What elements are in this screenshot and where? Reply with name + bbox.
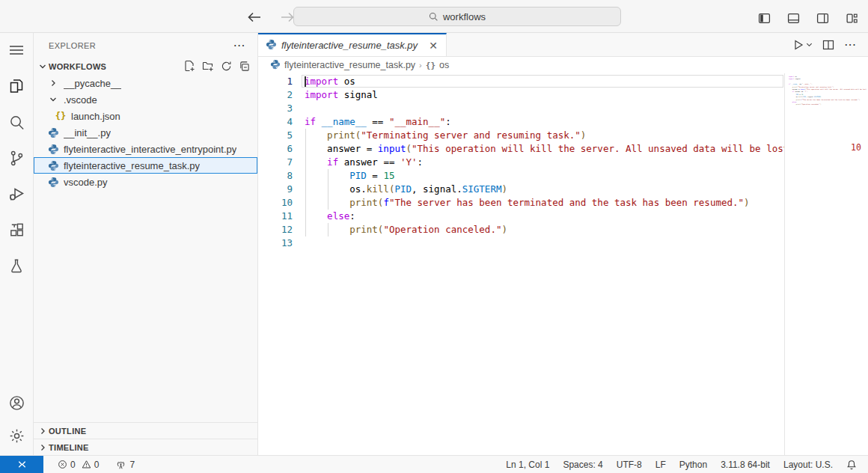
python-interpreter[interactable]: 3.11.8 64-bit (714, 456, 777, 473)
explorer-icon[interactable] (7, 77, 25, 95)
code-line-7[interactable]: 7 if answer == 'Y': (258, 156, 868, 169)
tree-item-vscode-py[interactable]: vscode.py (34, 174, 257, 190)
tree-item-flyteinteractive-resume-task-py[interactable]: flyteinteractive_resume_task.py (34, 157, 257, 174)
code-line-9[interactable]: 9 os.kill(PID, signal.SIGTERM) (258, 183, 868, 196)
tab-bar: flyteinteractive_resume_task.py ✕ ⋯ (258, 33, 868, 57)
tab-flyteinteractive-resume-task[interactable]: flyteinteractive_resume_task.py ✕ (258, 33, 447, 56)
menu-icon[interactable] (7, 41, 25, 59)
indent-guide (305, 169, 306, 183)
code-editor[interactable]: 1import os2import signal34if __name__ ==… (258, 73, 868, 455)
settings-gear-icon[interactable] (7, 427, 25, 445)
search-icon (429, 12, 438, 22)
tree-item-launch-json[interactable]: {}launch.json (34, 108, 257, 124)
timeline-section-header[interactable]: TIMELINE (34, 439, 257, 455)
statusbar-right: Ln 1, Col 1 Spaces: 4 UTF-8 LF Python 3.… (499, 456, 868, 473)
code-line-6[interactable]: 6 answer = input("This operation will ki… (258, 142, 868, 156)
workflows-section-header[interactable]: WORKFLOWS (34, 58, 257, 75)
tree-item-label: flyteinteractive_resume_task.py (64, 160, 200, 171)
notifications-bell[interactable] (840, 456, 864, 473)
account-icon[interactable] (7, 394, 25, 412)
code-line-5[interactable]: 5 print("Terminating server and resuming… (258, 129, 868, 142)
nav-controls (245, 8, 296, 26)
split-editor-icon[interactable] (822, 39, 834, 51)
explorer-sidebar: EXPLORER ⋯ WORKFLOWS __pycache__.vscode{… (34, 33, 258, 455)
refresh-icon[interactable] (221, 61, 232, 73)
new-file-icon[interactable] (183, 60, 195, 73)
code-line-4[interactable]: 4if __name__ == "__main__": (258, 115, 868, 129)
status-bar: 0 0 7 Ln 1, Col 1 Spaces: 4 UTF-8 LF Pyt… (0, 455, 868, 473)
chevron-right-icon (37, 427, 49, 435)
section-actions (183, 60, 250, 73)
language-mode[interactable]: Python (673, 456, 714, 473)
breadcrumb-file[interactable]: flyteinteractive_resume_task.py (284, 60, 415, 70)
source-control-icon[interactable] (7, 149, 25, 167)
timeline-title: TIMELINE (49, 443, 89, 452)
run-debug-icon[interactable] (7, 185, 25, 203)
line-number: 2 (258, 88, 293, 102)
explorer-header: EXPLORER ⋯ (34, 33, 257, 58)
code-line-1[interactable]: 1import os (258, 75, 868, 88)
error-icon (58, 460, 67, 469)
breadcrumb-symbol[interactable]: os (439, 60, 449, 70)
encoding[interactable]: UTF-8 (610, 456, 649, 473)
editor-more-actions-icon[interactable]: ⋯ (844, 41, 856, 49)
code-text: os.kill(PID, signal.SIGTERM) (305, 183, 507, 196)
code-line-8[interactable]: 8 PID = 15 (258, 169, 868, 183)
code-line-12[interactable]: 12 print("Operation canceled.") (258, 223, 868, 236)
symbol-namespace-icon: {} (426, 61, 435, 70)
tree-item--vscode[interactable]: .vscode (34, 91, 257, 108)
indent-guide (328, 183, 328, 196)
indent-guide (305, 196, 306, 210)
code-line-3[interactable]: 3 (258, 102, 868, 115)
code-text: print("Operation canceled.") (305, 223, 507, 236)
warning-count: 0 (94, 460, 100, 470)
python-file-icon (266, 39, 277, 52)
ports-count: 7 (129, 460, 135, 470)
code-line-13[interactable]: 13 (258, 236, 868, 250)
cursor-position[interactable]: Ln 1, Col 1 (499, 456, 556, 473)
testing-icon[interactable] (7, 257, 25, 275)
code-line-10[interactable]: 10 print(f"The server has been terminate… (258, 196, 868, 210)
code-line-11[interactable]: 11 else: (258, 210, 868, 223)
tree-item--pycache-[interactable]: __pycache__ (34, 75, 257, 91)
indentation[interactable]: Spaces: 4 (556, 456, 609, 473)
tree-item--init-py[interactable]: __init__.py (34, 124, 257, 141)
activity-bar (0, 33, 34, 455)
customize-layout-icon[interactable] (843, 9, 861, 27)
line-number: 5 (258, 129, 293, 142)
tree-item-flyteinteractive-interactive-entrypoint-py[interactable]: flyteinteractive_interactive_entrypoint.… (34, 141, 257, 157)
toggle-primary-sidebar-icon[interactable] (755, 9, 773, 27)
file-tree: __pycache__.vscode{}launch.json__init__.… (34, 75, 257, 190)
outline-section-header[interactable]: OUTLINE (34, 422, 257, 439)
keyboard-layout[interactable]: Layout: U.S. (777, 456, 840, 473)
back-icon[interactable] (245, 8, 263, 26)
tree-item-label: __init__.py (64, 127, 111, 138)
line-number: 6 (258, 142, 293, 156)
problems-indicator[interactable]: 0 0 (51, 456, 106, 473)
run-python-file-icon[interactable] (792, 39, 813, 51)
code-text: else: (305, 210, 355, 223)
explorer-more-icon[interactable]: ⋯ (233, 42, 245, 49)
breadcrumb[interactable]: flyteinteractive_resume_task.py › {} os (258, 57, 868, 73)
code-lines: 1import os2import signal34if __name__ ==… (258, 75, 868, 250)
collapse-all-icon[interactable] (239, 61, 250, 73)
line-number: 7 (258, 156, 293, 169)
tab-close-icon[interactable]: ✕ (427, 40, 440, 52)
tab-title: flyteinteractive_resume_task.py (281, 40, 418, 51)
eol-sequence[interactable]: LF (649, 456, 673, 473)
new-folder-icon[interactable] (202, 60, 214, 73)
extensions-icon[interactable] (7, 221, 25, 239)
code-text: import os (305, 75, 355, 88)
ports-indicator[interactable]: 7 (109, 456, 141, 473)
minimap[interactable]: import os import signal if __name__ == "… (784, 73, 868, 455)
toggle-secondary-sidebar-icon[interactable] (813, 9, 831, 27)
code-line-2[interactable]: 2import signal (258, 88, 868, 102)
code-text: import signal (305, 88, 378, 102)
remote-indicator[interactable] (0, 456, 43, 473)
command-center-search[interactable]: workflows (293, 7, 621, 26)
search-view-icon[interactable] (7, 113, 25, 131)
toggle-panel-icon[interactable] (784, 9, 802, 27)
warning-icon (82, 460, 91, 469)
code-text: if answer == 'Y': (305, 156, 423, 169)
tree-item-label: flyteinteractive_interactive_entrypoint.… (64, 144, 236, 155)
